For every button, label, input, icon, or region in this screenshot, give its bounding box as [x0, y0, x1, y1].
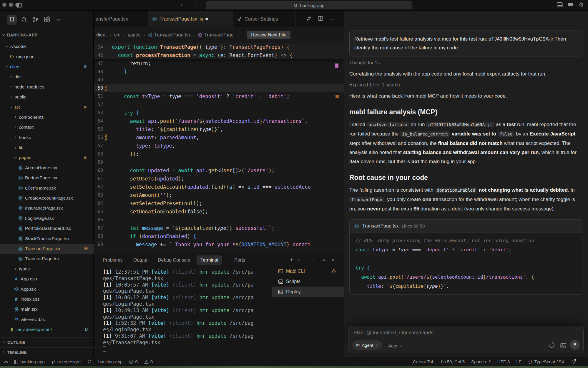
- search-sidebar-icon[interactable]: [19, 15, 29, 25]
- tree-item-types[interactable]: types: [0, 264, 94, 274]
- status-item-typescript-jsx[interactable]: {}TypeScript JSX: [528, 359, 564, 364]
- tree-item-context[interactable]: context: [0, 122, 94, 132]
- panel-close-icon[interactable]: ×: [331, 257, 335, 264]
- timeline-section[interactable]: TIMELINE: [0, 347, 94, 357]
- chat-input[interactable]: Plan, @ for context, / for commands ∞ Ag…: [348, 326, 584, 353]
- explorer-root-header[interactable]: BANKING-APP: [0, 31, 94, 39]
- navigate-forward-icon[interactable]: →: [192, 1, 197, 8]
- status-item-remote[interactable]: ><: [4, 359, 7, 364]
- tab-cursor-settings[interactable]: Cursor Settings: [233, 11, 296, 27]
- code-card-header[interactable]: TransactPage.tsxLines 50-58: [350, 220, 582, 232]
- terminal-output[interactable]: [1] 12:37:51 PM [vite] (client) hmr upda…: [103, 269, 268, 352]
- new-terminal-icon[interactable]: +: [290, 257, 293, 262]
- sidebar-toggle-icon[interactable]: [16, 3, 22, 8]
- tree-item--vscode[interactable]: .vscode: [0, 41, 94, 51]
- review-next-file-button[interactable]: Review Next File: [247, 31, 290, 39]
- tree-item-pages[interactable]: pages: [0, 153, 94, 163]
- chat-code-card[interactable]: TransactPage.tsxLines 50-58// BUG: Only …: [349, 219, 582, 295]
- open-changes-icon[interactable]: [306, 16, 312, 21]
- tree-item-app-tsx[interactable]: App.tsx: [0, 284, 94, 294]
- tree-item-transferpage-tsx[interactable]: TransferPage.tsx: [0, 254, 94, 264]
- terminal-tab-problems[interactable]: Problems: [99, 255, 127, 265]
- tree-item-src[interactable]: src: [0, 102, 94, 112]
- tree-item--env-development[interactable]: $.env.developmentU: [0, 324, 94, 334]
- tree-item-stocktrackerpage-tsx[interactable]: StockTrackerPage.tsx: [0, 233, 94, 243]
- panel-maximize-chevron-up-icon[interactable]: [322, 258, 325, 262]
- breadcrumb[interactable]: client›src›pages›TransactPage.tsx›Transa…: [96, 27, 290, 43]
- terminal-tab-terminal[interactable]: Terminal: [197, 255, 222, 265]
- panel-layout-icon[interactable]: [557, 2, 563, 7]
- attach-image-icon[interactable]: [560, 343, 566, 348]
- navigate-back-icon[interactable]: ←: [180, 1, 185, 8]
- code-line-68: 68 if (donationEnabled) {: [94, 232, 344, 240]
- status-item-spaces-2[interactable]: Spaces: 2: [471, 359, 491, 364]
- tree-item-dist[interactable]: dist: [0, 72, 94, 82]
- editor-more-icon[interactable]: ⋯: [329, 16, 334, 22]
- traffic-light-close-icon[interactable]: [2, 3, 6, 7]
- terminal-session-deploy[interactable]: Deploy: [272, 287, 344, 297]
- breadcrumb-item[interactable]: TransactPage.tsx: [148, 32, 191, 38]
- status-item-banking-app[interactable]: banking-app: [98, 359, 123, 364]
- extensions-icon[interactable]: [42, 15, 52, 25]
- terminal-session-scripts[interactable]: Scripts: [272, 276, 344, 287]
- command-center-search[interactable]: banking-app: [206, 1, 412, 9]
- breadcrumb-item[interactable]: client: [96, 32, 107, 38]
- terminal-dropdown-chevron-icon[interactable]: [297, 258, 300, 262]
- tree-item-loginpage-tsx[interactable]: LoginPage.tsx: [0, 213, 94, 223]
- status-item-utf-8[interactable]: UTF-8: [497, 359, 510, 364]
- tree-item-portfoliodashboard-tsx[interactable]: PortfolioDashboard.tsx: [0, 223, 94, 233]
- breadcrumb-item[interactable]: src: [114, 32, 120, 38]
- tree-item-insurancepage-tsx[interactable]: InsurancePage.tsx: [0, 203, 94, 213]
- tree-item-label: types: [19, 266, 30, 272]
- tree-item-vite-env-d-ts[interactable]: TSvite-env.d.ts: [0, 315, 94, 324]
- status-item-0[interactable]: 0: [129, 359, 137, 364]
- agent-mode-selector[interactable]: ∞ Agent: [352, 340, 382, 350]
- tree-item-public[interactable]: public: [0, 92, 94, 102]
- tree-item-node-modules[interactable]: node_modules: [0, 82, 94, 92]
- tree-item-hooks[interactable]: hooks: [0, 133, 94, 143]
- indent-guide: [13, 163, 13, 173]
- tree-item-app-css[interactable]: #App.css: [0, 274, 94, 284]
- code-editor[interactable]: 14export function TransactPage({ type }:…: [94, 43, 344, 262]
- status-item-banking-app[interactable]: banking-app: [14, 359, 45, 364]
- traffic-light-minimize-icon[interactable]: [9, 3, 13, 7]
- status-item-lf[interactable]: LF: [516, 359, 521, 364]
- breadcrumb-item[interactable]: TransactPage: [198, 32, 233, 38]
- tree-item-index-css[interactable]: #index.css: [0, 294, 94, 304]
- tree-item-components[interactable]: components: [0, 112, 94, 122]
- status-item-ln-50-col-5[interactable]: Ln 50, Col 5: [441, 359, 465, 364]
- model-mode-selector[interactable]: Auto: [388, 343, 402, 348]
- user-message[interactable]: Retrieve mabl's test failure analysis vi…: [349, 31, 582, 56]
- views-chevron-down-icon[interactable]: [54, 15, 64, 25]
- tab-transferpage[interactable]: ansferPage.tsx: [94, 11, 148, 27]
- status-item-bell[interactable]: [571, 359, 576, 364]
- gear-icon[interactable]: ⚙: [579, 1, 584, 8]
- terminal-tab-output[interactable]: Output: [129, 255, 151, 265]
- terminal-more-icon[interactable]: ⋯: [310, 257, 315, 263]
- outline-section[interactable]: OUTLINE: [0, 337, 94, 347]
- tree-item-clienthome-tsx[interactable]: ClientHome.tsx: [0, 183, 94, 193]
- breadcrumb-item[interactable]: pages: [128, 32, 141, 38]
- tree-item-adminhome-tsx[interactable]: AdminHome.tsx: [0, 163, 94, 173]
- terminal-session-mabl-cli[interactable]: Mabl CLI: [272, 266, 344, 276]
- tree-item-budgetpage-tsx[interactable]: BudgetPage.tsx: [0, 173, 94, 183]
- tree-item-mcp-json[interactable]: {}mcp.json: [0, 51, 94, 61]
- terminal-tab-ports[interactable]: Ports: [230, 255, 249, 265]
- status-item-cursor-tab[interactable]: Cursor Tab: [413, 359, 434, 364]
- explorer-files-icon[interactable]: [7, 15, 17, 25]
- split-editor-icon[interactable]: [318, 16, 323, 21]
- status-item-0[interactable]: 0: [144, 359, 153, 364]
- terminal-tab-debug-console[interactable]: Debug Console: [154, 255, 194, 265]
- chat-bubble-icon[interactable]: [568, 2, 573, 7]
- tree-item-lib[interactable]: lib: [0, 143, 94, 153]
- source-control-icon[interactable]: [31, 15, 41, 25]
- tree-item-client[interactable]: client: [0, 62, 94, 72]
- code-card-filename: TransactPage.tsx: [362, 223, 399, 229]
- tree-item-transactpage-tsx[interactable]: TransactPage.tsxM: [0, 244, 94, 254]
- tree-item-main-tsx[interactable]: main.tsx: [0, 304, 94, 314]
- status-item-sync[interactable]: [87, 359, 92, 364]
- tree-item-createaccountpage-tsx[interactable]: CreateAccountPage.tsx: [0, 193, 94, 203]
- tab-transactpage[interactable]: TransactPage.tsx M: [148, 11, 233, 27]
- status-item-ui-redesign-[interactable]: ui-redesign*: [51, 359, 81, 364]
- voice-mic-icon[interactable]: [570, 340, 580, 350]
